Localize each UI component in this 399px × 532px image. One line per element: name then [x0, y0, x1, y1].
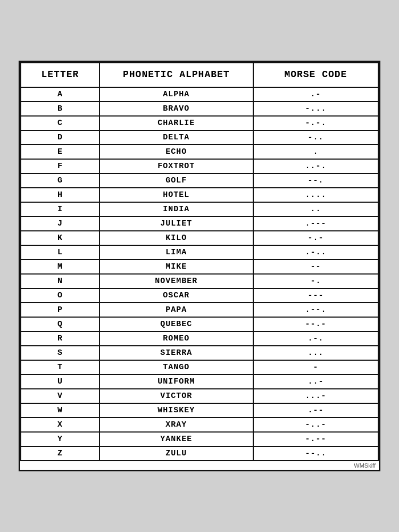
cell-phonetic: WHISKEY — [99, 403, 253, 418]
cell-phonetic: QUEBEC — [99, 317, 253, 331]
table-row: UUNIFORM..- — [21, 375, 378, 389]
cell-phonetic: HOTEL — [99, 188, 253, 202]
cell-letter: W — [21, 403, 99, 418]
watermark: WMSkiff — [20, 461, 379, 470]
table-row: QQUEBEC--.- — [21, 317, 378, 331]
table-row: IINDIA.. — [21, 202, 378, 217]
table-row: PPAPA.--. — [21, 303, 378, 317]
table-row: CCHARLIE-.-. — [21, 116, 378, 130]
cell-morse: .... — [253, 188, 378, 202]
cell-phonetic: INDIA — [99, 202, 253, 217]
cell-phonetic: VICTOR — [99, 389, 253, 403]
cell-letter: Z — [21, 446, 99, 461]
cell-phonetic: UNIFORM — [99, 375, 253, 389]
cell-letter: V — [21, 389, 99, 403]
cell-letter: J — [21, 217, 99, 231]
cell-morse: .-. — [253, 331, 378, 346]
cell-phonetic: PAPA — [99, 303, 253, 317]
cell-morse: -.- — [253, 231, 378, 245]
header-morse: MORSE CODE — [253, 63, 378, 87]
cell-phonetic: ALPHA — [99, 87, 253, 102]
table-row: BBRAVO-... — [21, 102, 378, 116]
cell-letter: C — [21, 116, 99, 130]
cell-phonetic: DELTA — [99, 130, 253, 145]
cell-letter: I — [21, 202, 99, 217]
morse-code-card: LETTER PHONETIC ALPHABET MORSE CODE AALP… — [19, 61, 380, 471]
cell-morse: -..- — [253, 418, 378, 432]
cell-letter: Q — [21, 317, 99, 331]
cell-phonetic: YANKEE — [99, 432, 253, 446]
cell-letter: E — [21, 145, 99, 159]
table-body: AALPHA.-BBRAVO-...CCHARLIE-.-.DDELTA-..E… — [21, 87, 378, 461]
table-row: ZZULU--.. — [21, 446, 378, 461]
cell-phonetic: SIERRA — [99, 346, 253, 360]
table-row: XXRAY-..- — [21, 418, 378, 432]
cell-morse: -. — [253, 274, 378, 288]
cell-letter: A — [21, 87, 99, 102]
table-row: DDELTA-.. — [21, 130, 378, 145]
cell-phonetic: MIKE — [99, 260, 253, 274]
cell-letter: N — [21, 274, 99, 288]
cell-morse: ...- — [253, 389, 378, 403]
header-letter: LETTER — [21, 63, 99, 87]
cell-letter: U — [21, 375, 99, 389]
table-row: AALPHA.- — [21, 87, 378, 102]
cell-morse: .--- — [253, 217, 378, 231]
cell-morse: ..-. — [253, 159, 378, 173]
cell-phonetic: CHARLIE — [99, 116, 253, 130]
cell-morse: -.-- — [253, 432, 378, 446]
cell-phonetic: GOLF — [99, 173, 253, 188]
cell-morse: -- — [253, 260, 378, 274]
cell-morse: ... — [253, 346, 378, 360]
cell-morse: --. — [253, 173, 378, 188]
cell-morse: .. — [253, 202, 378, 217]
table-row: NNOVEMBER-. — [21, 274, 378, 288]
table-row: VVICTOR...- — [21, 389, 378, 403]
cell-morse: --- — [253, 288, 378, 303]
header-phonetic: PHONETIC ALPHABET — [99, 63, 253, 87]
cell-phonetic: NOVEMBER — [99, 274, 253, 288]
header-row: LETTER PHONETIC ALPHABET MORSE CODE — [21, 63, 378, 87]
cell-phonetic: BRAVO — [99, 102, 253, 116]
cell-phonetic: JULIET — [99, 217, 253, 231]
cell-letter: T — [21, 360, 99, 375]
table-row: HHOTEL.... — [21, 188, 378, 202]
cell-phonetic: ECHO — [99, 145, 253, 159]
cell-letter: L — [21, 245, 99, 260]
cell-morse: -... — [253, 102, 378, 116]
cell-letter: O — [21, 288, 99, 303]
table-row: LLIMA.-.. — [21, 245, 378, 260]
cell-morse: .- — [253, 87, 378, 102]
table-row: YYANKEE-.-- — [21, 432, 378, 446]
cell-letter: Y — [21, 432, 99, 446]
table-row: MMIKE-- — [21, 260, 378, 274]
cell-morse: .-.. — [253, 245, 378, 260]
cell-letter: X — [21, 418, 99, 432]
table-row: OOSCAR--- — [21, 288, 378, 303]
cell-morse: ..- — [253, 375, 378, 389]
cell-letter: K — [21, 231, 99, 245]
cell-letter: G — [21, 173, 99, 188]
morse-table: LETTER PHONETIC ALPHABET MORSE CODE AALP… — [20, 62, 379, 461]
cell-phonetic: OSCAR — [99, 288, 253, 303]
cell-letter: P — [21, 303, 99, 317]
cell-phonetic: KILO — [99, 231, 253, 245]
cell-phonetic: LIMA — [99, 245, 253, 260]
cell-morse: --.- — [253, 317, 378, 331]
cell-phonetic: TANGO — [99, 360, 253, 375]
cell-letter: B — [21, 102, 99, 116]
table-row: TTANGO- — [21, 360, 378, 375]
table-row: JJULIET.--- — [21, 217, 378, 231]
cell-letter: R — [21, 331, 99, 346]
table-row: FFOXTROT..-. — [21, 159, 378, 173]
cell-phonetic: FOXTROT — [99, 159, 253, 173]
cell-morse: . — [253, 145, 378, 159]
cell-phonetic: ROMEO — [99, 331, 253, 346]
cell-letter: M — [21, 260, 99, 274]
cell-morse: -.-. — [253, 116, 378, 130]
table-row: RROMEO.-. — [21, 331, 378, 346]
table-row: EECHO. — [21, 145, 378, 159]
cell-morse: - — [253, 360, 378, 375]
table-row: KKILO-.- — [21, 231, 378, 245]
cell-phonetic: ZULU — [99, 446, 253, 461]
